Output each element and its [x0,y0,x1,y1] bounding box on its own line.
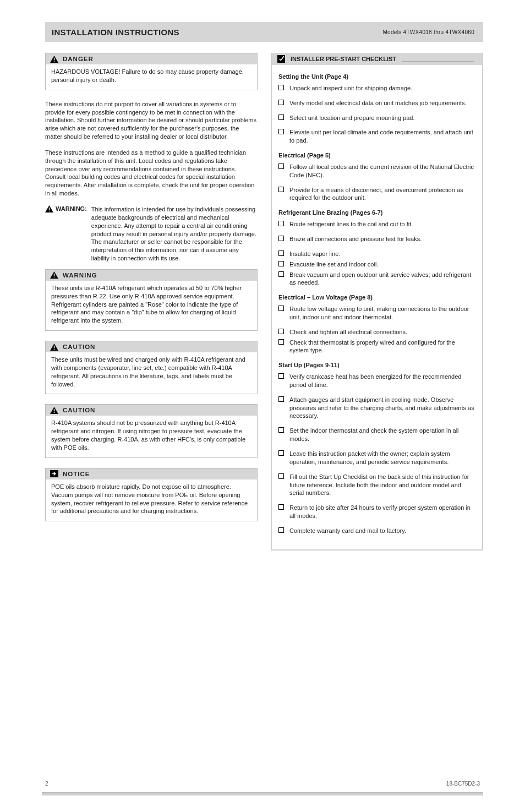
checklist: Verify crankcase heat has been energized… [278,373,475,535]
checkbox[interactable] [278,329,284,334]
checklist-item-text: Check that thermostat is properly wired … [289,339,475,355]
checklist-item-text: Set the indoor thermostat and check the … [289,427,475,443]
checklist-item: Select unit location and prepare mountin… [278,114,475,122]
checklist-item: Check and tighten all electrical connect… [278,328,475,336]
checklist-item: Evacuate line set and indoor coil. [278,260,475,269]
danger-callout: DANGER HAZARDOUS VOLTAGE! Failure to do … [45,53,258,90]
warning-triangle-icon [50,271,58,279]
notice-callout: NOTICE POE oils absorb moisture rapidly.… [45,468,258,521]
warning-triangle-icon [50,407,58,414]
checkbox[interactable] [278,115,284,120]
checkbox[interactable] [278,129,284,134]
checklist-item-text: Fill out the Start Up Checklist on the b… [289,473,475,498]
inline-warning-label-text: WARNING: [56,205,87,212]
checklist-item-text: Route refrigerant lines to the coil and … [289,220,475,228]
checklist-item: Leave this instruction packet with the o… [278,450,475,466]
caution-callout-1: CAUTION These units must be wired and ch… [45,341,258,394]
checkbox[interactable] [278,221,284,226]
danger-body: HAZARDOUS VOLTAGE! Failure to do so may … [46,64,257,90]
general-paragraph-1: These instructions do not purport to cov… [45,100,258,141]
checkbox[interactable] [278,271,284,277]
checklist-item-text: Break vacuum and open outdoor unit servi… [289,271,475,287]
checklist-item: Check that thermostat is properly wired … [278,339,475,355]
checklist-section-title: Electrical – Low Voltage (Page 8) [278,293,475,302]
checklist-item: Verify model and electrical data on unit… [278,99,475,107]
checklist-item-text: Complete warranty card and mail to facto… [289,527,475,535]
content-columns: DANGER HAZARDOUS VOLTAGE! Failure to do … [45,53,483,551]
checkbox[interactable] [278,306,284,311]
checklist-item: Route low voltage wiring to unit, making… [278,305,475,321]
svg-rect-4 [49,208,50,210]
checklist-item: Insulate vapor line. [278,250,475,258]
precheck-panel: INSTALLER PRE-START CHECKLIST Setting th… [271,53,483,551]
checklist-item: Elevate unit per local climate and code … [278,128,475,145]
checkbox[interactable] [278,85,284,90]
warning-callout: WARNING These units use R-410A refrigera… [45,269,258,331]
svg-rect-1 [54,57,55,60]
checkbox[interactable] [278,373,284,379]
checkbox[interactable] [278,100,284,105]
checklist-item: Fill out the Start Up Checklist on the b… [278,473,475,498]
checkbox[interactable] [278,504,284,510]
caution-header-2: CAUTION [46,405,257,416]
checklist-section-title: Setting the Unit (Page 4) [278,73,475,81]
inline-warning: WARNING: This information is intended fo… [45,205,258,263]
checklist-item-text: Elevate unit per local climate and code … [289,128,475,145]
inline-warning-text: This information is intended for use by … [91,205,258,263]
page-subtitle: Models 4TWX4018 thru 4TWX4060 [382,29,477,35]
svg-rect-14 [54,412,55,413]
svg-rect-5 [49,211,50,212]
checklist-item: Attach gauges and start equipment in coo… [278,396,475,421]
checklist-item: Break vacuum and open outdoor unit servi… [278,271,475,287]
svg-rect-11 [54,348,55,350]
checkbox[interactable] [278,236,284,241]
checklist-section-title: Electrical (Page 5) [278,151,475,160]
checklist-item: Complete warranty card and mail to facto… [278,527,475,535]
svg-rect-7 [54,274,55,276]
checklist-item-text: Provide for a means of disconnect, and o… [289,186,475,203]
caution-label-2: CAUTION [63,407,95,413]
checkbox[interactable] [278,527,284,533]
checklist-item: Braze all connections and pressure test … [278,235,475,243]
footer-rule [42,792,483,795]
notice-header: NOTICE [46,468,257,479]
svg-rect-10 [54,345,55,348]
page-title: INSTALLATION INSTRUCTIONS [52,28,179,37]
checklist-item-text: Return to job site after 24 hours to ver… [289,504,475,520]
checkbox[interactable] [278,164,284,169]
checkbox[interactable] [278,187,284,192]
page-number-right: 18-BC75D2-3 [446,781,480,787]
general-paragraph-2: These instructions are intended as a met… [45,149,258,198]
warning-label: WARNING [63,272,97,279]
warning-body: These units use R-410A refrigerant which… [46,281,257,330]
checklist-item-text: Select unit location and prepare mountin… [289,114,475,122]
checklist-item-text: Check and tighten all electrical connect… [289,328,475,336]
checkbox[interactable] [278,427,284,433]
precheck-header: INSTALLER PRE-START CHECKLIST [272,53,482,65]
checkbox[interactable] [278,450,284,456]
caution-header-1: CAUTION [46,341,257,352]
warning-triangle-icon [45,205,53,212]
caution-body-2: R-410A systems should not be pressurized… [46,416,257,457]
notice-body: POE oils absorb moisture rapidly. Do not… [46,479,257,521]
check-icon [277,55,285,63]
page-title-bar: INSTALLATION INSTRUCTIONS Models 4TWX401… [45,22,483,42]
checklist-item: Provide for a means of disconnect, and o… [278,186,475,203]
checkbox[interactable] [278,250,284,256]
checklist: Route refrigerant lines to the coil and … [278,220,475,287]
checklist: Follow all local codes and the current r… [278,163,475,202]
checklist-item-text: Follow all local codes and the current r… [289,163,475,179]
checkbox[interactable] [278,339,284,345]
notice-label: NOTICE [63,471,90,477]
checkbox[interactable] [278,396,284,402]
svg-rect-13 [54,409,55,412]
checklist-item-text: Attach gauges and start equipment in coo… [289,396,475,421]
checklist-item: Verify crankcase heat has been energized… [278,373,475,389]
checkbox[interactable] [278,473,284,479]
checklist-item-text: Verify crankcase heat has been energized… [289,373,475,389]
checklist-item: Return to job site after 24 hours to ver… [278,504,475,520]
checkbox[interactable] [278,261,284,266]
arrow-right-icon [50,470,58,477]
precheck-title: INSTALLER PRE-START CHECKLIST [291,56,396,62]
checklist-item-text: Leave this instruction packet with the o… [289,450,475,466]
